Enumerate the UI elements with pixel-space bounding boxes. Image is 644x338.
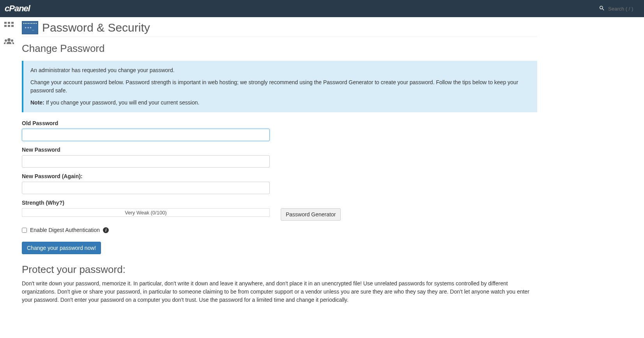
sidebar-item-users[interactable] — [4, 37, 14, 46]
new-password-input[interactable] — [22, 155, 270, 168]
info-box: An administrator has requested you chang… — [22, 61, 537, 112]
new-password-row: New Password — [22, 147, 537, 168]
main-content: Password & Security Change Password An a… — [18, 17, 548, 316]
digest-auth-checkbox[interactable] — [22, 228, 27, 233]
info-icon[interactable]: i — [103, 227, 109, 233]
svg-rect-5 — [11, 25, 14, 27]
old-password-row: Old Password — [22, 120, 537, 141]
change-password-button[interactable]: Change your password now! — [22, 242, 101, 254]
logo-text: cPanel — [5, 4, 30, 13]
note-label: Note: — [30, 99, 44, 106]
svg-point-8 — [11, 39, 13, 42]
new-password-again-input[interactable] — [22, 182, 270, 194]
info-line1: An administrator has requested you chang… — [30, 66, 530, 74]
old-password-label: Old Password — [22, 120, 537, 126]
page-title: Password & Security — [42, 21, 150, 34]
topbar: cPanel — [0, 0, 644, 17]
search-wrap — [599, 5, 639, 12]
strength-row: Strength (Why?) Very Weak (0/100) Passwo… — [22, 200, 537, 221]
svg-rect-3 — [4, 25, 7, 27]
new-password-again-row: New Password (Again): — [22, 173, 537, 194]
strength-label: Strength (Why?) — [22, 200, 270, 206]
svg-rect-0 — [4, 22, 7, 24]
strength-bar: Very Weak (0/100) — [22, 208, 270, 217]
info-note: Note: If you change your password, you w… — [30, 99, 530, 107]
protect-text: Don't write down your password, memorize… — [22, 280, 537, 304]
protect-title: Protect your password: — [22, 264, 537, 276]
new-password-again-label: New Password (Again): — [22, 173, 537, 179]
strength-value: Very Weak (0/100) — [125, 210, 166, 216]
sidebar — [0, 17, 18, 316]
svg-point-7 — [5, 39, 7, 42]
svg-point-6 — [7, 38, 11, 41]
svg-rect-4 — [8, 25, 10, 27]
search-icon[interactable] — [599, 5, 605, 12]
note-text: If you change your password, you will en… — [44, 99, 200, 106]
digest-auth-label: Enable Digest Authentication — [30, 227, 100, 233]
logo: cPanel — [5, 4, 30, 14]
new-password-label: New Password — [22, 147, 537, 153]
sidebar-item-apps[interactable] — [4, 21, 14, 30]
old-password-input[interactable] — [22, 129, 270, 141]
svg-rect-2 — [11, 22, 14, 24]
password-generator-button[interactable]: Password Generator — [281, 208, 341, 221]
search-input[interactable] — [608, 6, 639, 12]
info-line2: Change your account password below. Pass… — [30, 78, 530, 95]
password-icon — [22, 21, 38, 34]
svg-rect-1 — [8, 22, 10, 24]
section-title: Change Password — [22, 42, 537, 55]
digest-auth-row: Enable Digest Authentication i — [22, 227, 537, 233]
page-header: Password & Security — [22, 21, 537, 37]
